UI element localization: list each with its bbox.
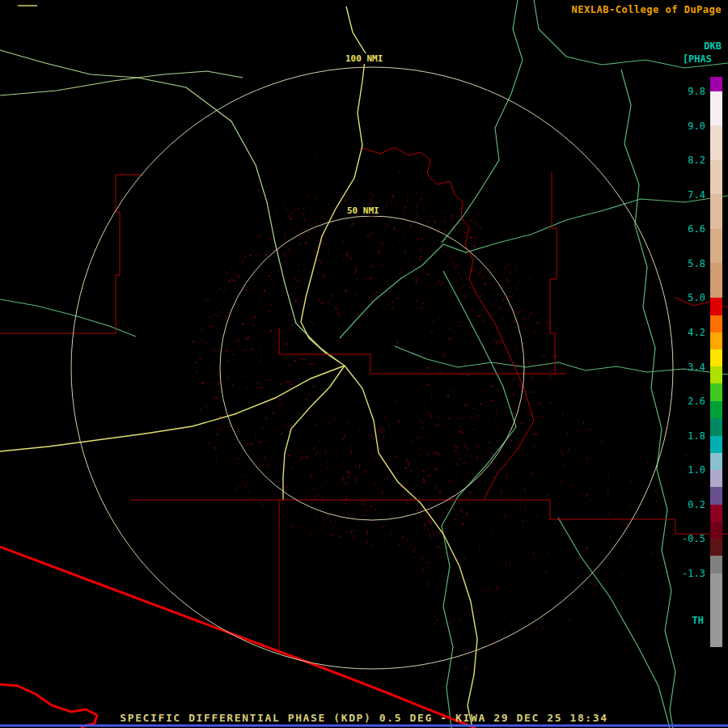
colorbar-unit-top: DKB [704,40,722,52]
colorbar-tick-label: 1.0 [668,464,705,476]
colorbar-segment [710,229,722,263]
colorbar-segment [710,436,722,453]
colorbar-segment [710,315,722,332]
colorbar-segment [710,453,722,470]
colorbar-tick-label: 7.4 [668,189,705,201]
colorbar-tick-label: 4.2 [668,327,705,338]
colorbar-segment [710,487,722,505]
colorbar-segment [710,298,722,315]
colorbar-segment [710,125,722,160]
colorbar-segment [710,91,722,125]
status-bar: SPECIFIC DIFFERENTIAL PHASE (KDP) 0.5 DE… [0,712,728,724]
colorbar-segment [710,349,722,366]
page-title: NEXLAB-College of DuPage [572,4,722,15]
colorbar-segment [710,194,722,229]
colorbar-tick-label: 6.6 [668,223,705,235]
colorbar-segment [710,160,722,194]
colorbar-segment [710,556,722,574]
colorbar-segment [710,505,722,522]
colorbar-segment [710,574,722,647]
radar-map [0,0,728,728]
county-lines [0,147,728,652]
colorbar-segment [710,522,722,539]
colorbar-segment [710,263,722,298]
colorbar-segment [710,539,722,556]
river-lines [0,0,728,728]
colorbar-labels: 9.89.08.27.46.65.85.04.23.42.61.81.00.2-… [668,77,705,647]
colorbar-tick-label: -0.5 [668,533,705,544]
colorbar-segment [710,366,722,383]
colorbar-tick-label: 9.0 [668,121,705,132]
colorbar-tick-label: 5.8 [668,258,705,269]
colorbar-tick-label: 9.8 [668,86,705,97]
colorbar-segment [710,418,722,436]
colorbar [710,77,722,647]
colorbar-segment [710,401,722,418]
colorbar-tick-label: 5.0 [668,292,705,303]
colorbar-tick-label: -1.3 [668,568,705,579]
colorbar-segment [710,332,722,349]
colorbar-tick-label: 8.2 [668,154,705,166]
colorbar-segment [710,383,722,401]
range-label-50nmi: 50 NMI [345,205,382,216]
river-lines-pale [0,50,340,362]
range-ring-50nmi [220,216,524,520]
colorbar-segment [710,77,722,91]
colorbar-segment [710,470,722,487]
colorbar-tick-label: 0.2 [668,499,705,510]
radar-echoes [193,143,690,669]
colorbar-tick-label: 3.4 [668,362,705,373]
range-rings [71,67,673,669]
colorbar-scale-header: [PHAS [683,53,712,65]
range-label-100nmi: 100 NMI [343,53,385,64]
colorbar-tick-label: 2.6 [668,396,705,407]
range-ring-100nmi [71,67,673,669]
radar-display: 100 NMI 50 NMI NEXLAB-College of DuPage … [0,0,728,728]
colorbar-unit-bottom: TH [692,615,704,626]
colorbar-tick-label: 1.8 [668,430,705,442]
